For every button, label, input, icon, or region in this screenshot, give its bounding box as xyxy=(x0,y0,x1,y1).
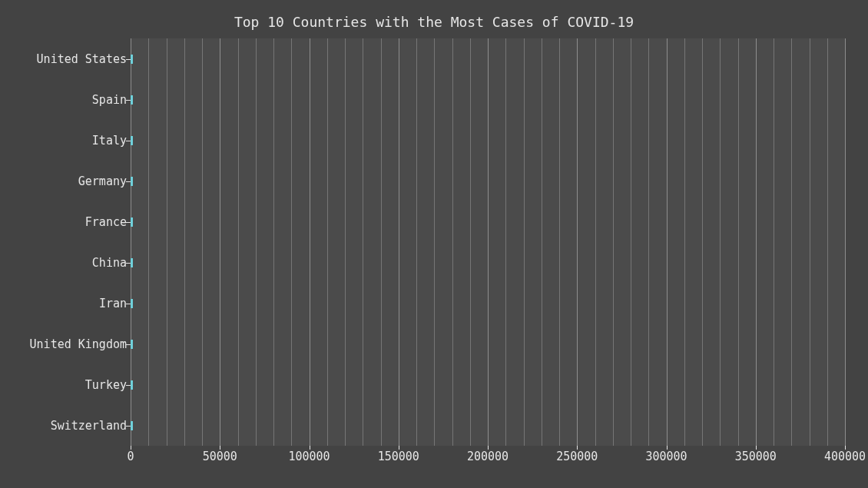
bar xyxy=(131,421,133,430)
chart-title: Top 10 Countries with the Most Cases of … xyxy=(0,14,868,30)
gridline-minor xyxy=(702,38,703,446)
gridline-minor xyxy=(184,38,185,446)
x-tick-mark xyxy=(310,446,310,450)
gridline-minor xyxy=(524,38,525,446)
y-tick-label: United States xyxy=(37,52,127,66)
x-tick-label: 50000 xyxy=(203,450,237,463)
gridline xyxy=(310,38,310,446)
gridline-minor xyxy=(738,38,739,446)
y-tick-label: Iran xyxy=(99,297,127,310)
x-tick-label: 200000 xyxy=(467,450,509,463)
gridline-minor xyxy=(720,38,721,446)
gridline-minor xyxy=(416,38,417,446)
y-tick-label: Turkey xyxy=(85,378,127,392)
gridline-minor xyxy=(148,38,149,446)
y-tick-label: France xyxy=(85,215,127,229)
gridline-minor xyxy=(559,38,560,446)
x-tick-mark xyxy=(131,446,131,450)
y-tick-label: Germany xyxy=(78,174,127,188)
gridline-minor xyxy=(452,38,453,446)
gridline-minor xyxy=(345,38,346,446)
gridline-minor xyxy=(827,38,828,446)
gridline-minor xyxy=(202,38,203,446)
x-tick-label: 250000 xyxy=(556,450,598,463)
gridline-minor xyxy=(273,38,274,446)
gridline-minor xyxy=(327,38,328,446)
gridline-minor xyxy=(363,38,363,446)
gridline-minor xyxy=(684,38,685,446)
x-tick-label: 400000 xyxy=(824,450,866,463)
gridline-minor xyxy=(810,38,810,446)
x-tick-label: 150000 xyxy=(378,450,419,463)
y-tick-label: United Kingdom xyxy=(30,337,127,351)
gridline xyxy=(845,38,846,446)
bar xyxy=(131,177,133,186)
x-tick-mark xyxy=(488,446,489,450)
gridline-minor xyxy=(613,38,614,446)
gridline-minor xyxy=(291,38,292,446)
x-tick-label: 350000 xyxy=(735,450,777,463)
x-tick-label: 100000 xyxy=(288,450,330,463)
bar xyxy=(131,55,133,64)
x-tick-mark xyxy=(845,446,846,450)
bar xyxy=(131,340,133,349)
bar xyxy=(131,136,133,145)
bar xyxy=(131,299,133,308)
gridline-minor xyxy=(470,38,471,446)
gridline-minor xyxy=(505,38,506,446)
gridline-minor xyxy=(595,38,596,446)
gridline xyxy=(577,38,578,446)
gridline xyxy=(399,38,399,446)
gridline-minor xyxy=(648,38,649,446)
gridline xyxy=(488,38,489,446)
gridline-minor xyxy=(542,38,542,446)
x-tick-mark xyxy=(667,446,668,450)
y-tick-label: Switzerland xyxy=(51,419,127,433)
gridline-minor xyxy=(167,38,167,446)
bar xyxy=(131,380,133,390)
gridline xyxy=(220,38,220,446)
gridline-minor xyxy=(381,38,382,446)
gridline-minor xyxy=(238,38,239,446)
x-tick-mark xyxy=(399,446,399,450)
x-tick-label: 0 xyxy=(127,450,134,463)
x-tick-mark xyxy=(220,446,220,450)
y-tick-label: China xyxy=(92,256,127,270)
gridline xyxy=(667,38,668,446)
bar xyxy=(131,258,133,267)
bar xyxy=(131,95,133,105)
gridline xyxy=(756,38,757,446)
y-tick-label: Spain xyxy=(92,93,127,107)
gridline-minor xyxy=(256,38,257,446)
x-tick-mark xyxy=(577,446,578,450)
gridline-minor xyxy=(774,38,774,446)
x-tick-mark xyxy=(756,446,757,450)
gridline-minor xyxy=(791,38,792,446)
gridline-minor xyxy=(434,38,435,446)
x-tick-label: 300000 xyxy=(645,450,687,463)
y-tick-label: Italy xyxy=(92,134,127,148)
gridline-minor xyxy=(631,38,631,446)
chart-container: Top 10 Countries with the Most Cases of … xyxy=(0,0,868,488)
plot-area xyxy=(131,38,845,446)
bar xyxy=(131,217,133,227)
